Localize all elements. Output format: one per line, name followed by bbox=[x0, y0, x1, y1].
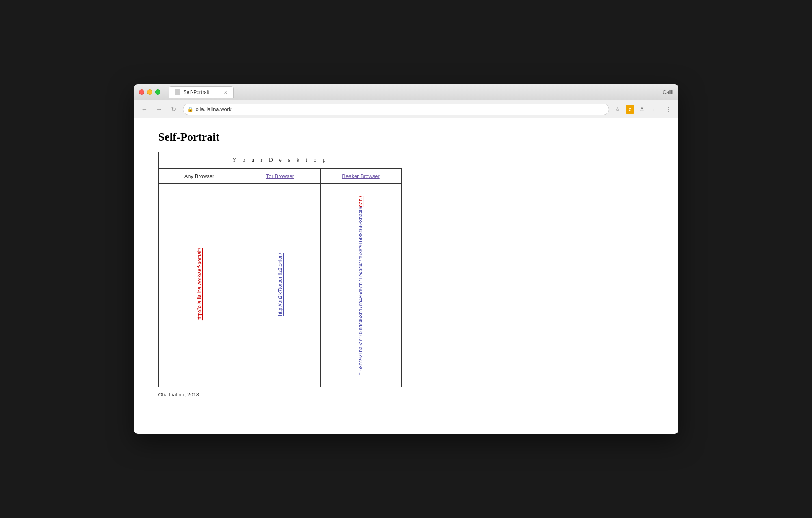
traffic-lights bbox=[139, 89, 160, 95]
tor-browser-link[interactable]: http://bn2lk7torbun6z2.onion/ bbox=[277, 253, 283, 316]
tab-favicon bbox=[175, 89, 180, 95]
refresh-button[interactable]: ↻ bbox=[168, 104, 180, 115]
back-button[interactable]: ← bbox=[139, 104, 150, 115]
active-tab[interactable]: Self-Portrait × bbox=[169, 86, 234, 98]
desktop-header: Y o u r D e s k t o p bbox=[159, 152, 402, 169]
cast-icon[interactable]: ▭ bbox=[650, 104, 660, 115]
tab-close-icon[interactable]: × bbox=[224, 89, 227, 96]
page-title: Self-Portrait bbox=[158, 131, 662, 144]
tab-title: Self-Portrait bbox=[184, 89, 209, 95]
bookmark-icon[interactable]: ☆ bbox=[613, 104, 623, 115]
any-browser-link[interactable]: http://olia.lialina.work/self-portrait/ bbox=[197, 248, 202, 320]
desktop-container: Y o u r D e s k t o p Any Browser Tor Br… bbox=[158, 152, 402, 387]
extension-icon[interactable]: 2 bbox=[626, 105, 634, 114]
address-text: olia.lialina.work bbox=[196, 106, 232, 112]
cell-beaker-browser: f168ec921ba6ae102bdc468ba7cb485d5cb71e4a… bbox=[320, 184, 401, 387]
page-content: Self-Portrait Y o u r D e s k t o p Any … bbox=[134, 118, 678, 434]
col-header-beaker-browser: Beaker Browser bbox=[320, 169, 401, 184]
menu-icon[interactable]: ⋮ bbox=[663, 104, 673, 115]
title-bar: Self-Portrait × Callil bbox=[134, 84, 678, 100]
beaker-link-top[interactable]: f168ec921ba6ae102bdc468ba7cb485d5cb71e4a… bbox=[358, 207, 364, 374]
maximize-button[interactable] bbox=[155, 89, 160, 95]
nav-bar: ← → ↻ 🔒 olia.lialina.work ☆ 2 A ▭ ⋮ bbox=[134, 100, 678, 118]
col-header-any-browser: Any Browser bbox=[159, 169, 240, 184]
col-label-tor[interactable]: Tor Browser bbox=[266, 173, 294, 179]
browser-window: Self-Portrait × Callil ← → ↻ 🔒 olia.lial… bbox=[134, 84, 678, 434]
tab-area: Self-Portrait × bbox=[169, 86, 663, 98]
user-name: Callil bbox=[663, 89, 673, 95]
forward-button[interactable]: → bbox=[154, 104, 165, 115]
browser-table: Any Browser Tor Browser Beaker Browser h bbox=[159, 169, 402, 387]
col-label-any: Any Browser bbox=[184, 173, 214, 179]
lock-icon: 🔒 bbox=[187, 107, 193, 112]
profile-icon[interactable]: A bbox=[637, 104, 647, 115]
cell-tor-browser: http://bn2lk7torbun6z2.onion/ bbox=[240, 184, 320, 387]
col-header-tor-browser: Tor Browser bbox=[240, 169, 320, 184]
close-button[interactable] bbox=[139, 89, 144, 95]
beaker-link-bottom[interactable]: dat:// bbox=[358, 196, 364, 207]
col-label-beaker[interactable]: Beaker Browser bbox=[342, 173, 379, 179]
page-footer: Olia Lialina, 2018 bbox=[158, 387, 662, 398]
minimize-button[interactable] bbox=[147, 89, 152, 95]
cell-any-browser: http://olia.lialina.work/self-portrait/ bbox=[159, 184, 240, 387]
nav-right-icons: ☆ 2 A ▭ ⋮ bbox=[613, 104, 673, 115]
address-bar[interactable]: 🔒 olia.lialina.work bbox=[183, 104, 609, 115]
footer-text: Olia Lialina, 2018 bbox=[158, 392, 199, 398]
